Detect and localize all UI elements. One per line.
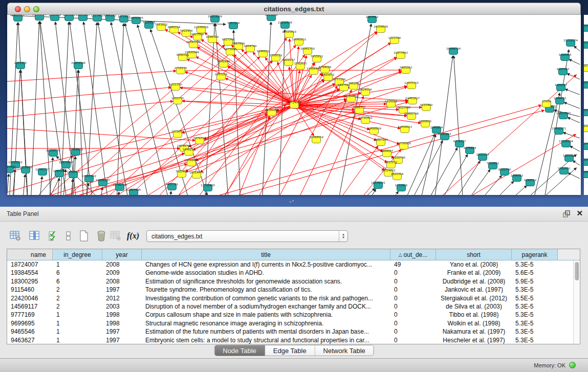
table-scrollbar[interactable] [573,260,580,344]
graph-node[interactable]: 9457791 [166,183,179,190]
column-header-name[interactable]: name [7,249,53,260]
graph-node[interactable]: 1562615 [294,62,307,70]
graph-node[interactable]: 1834 [584,64,588,72]
graph-node[interactable]: 7563822 [155,23,168,31]
table-row[interactable]: 1872400712008Changes of HCN gene express… [7,260,573,269]
float-window-icon[interactable] [562,210,571,218]
graph-node[interactable]: 2588520 [270,54,282,61]
graph-node[interactable]: 1216022 [385,100,398,107]
graph-node[interactable]: 3915919 [7,165,16,173]
graph-node[interactable]: 1919858 [171,130,184,138]
graph-node[interactable]: 1115689 [19,166,32,173]
table-row[interactable]: 1938455462009Genome-wide association stu… [7,269,573,277]
graph-node[interactable]: 12923446 [126,188,141,195]
graph-node[interactable]: 5878334 [193,137,206,144]
network-canvas[interactable]: 2405572206914061812964106532810653287152… [7,15,581,195]
graph-node[interactable]: 1221 [584,124,588,132]
graph-node[interactable]: 1145193 [53,169,66,177]
graph-node[interactable]: 16814479 [189,171,204,179]
graph-node[interactable]: 1221396 [388,36,401,44]
graph-node[interactable]: 1065328 [63,15,76,21]
table-row[interactable]: 2242004622012Investigating the contribut… [7,294,573,302]
column-chooser-icon[interactable] [28,229,42,243]
graph-node[interactable]: 9245 [584,158,588,166]
graph-node[interactable]: 8120740 [498,168,511,176]
graph-node[interactable]: 1812964 [49,15,61,21]
graph-node[interactable]: 18640910 [292,38,306,46]
graph-node[interactable]: 19384554 [309,136,323,143]
window-titlebar[interactable]: citations_edges.txt [7,3,581,15]
graph-node[interactable]: 1527602 [91,15,104,21]
graph-node[interactable]: 746266 [349,82,359,90]
graph-node[interactable]: 2803144 [215,73,228,80]
graph-node[interactable]: 1068 [584,170,588,178]
graph-node[interactable]: 16782759 [113,183,127,191]
graph-node[interactable]: 15751074 [563,39,578,47]
graph-node[interactable]: 29053346 [71,61,85,69]
tab-network-table[interactable]: Network Table [315,345,374,356]
function-builder-icon[interactable]: f(x) [126,229,140,243]
graph-node[interactable]: 8454749 [244,45,257,52]
scrollbar-thumb[interactable] [575,262,579,280]
close-icon[interactable]: ✕ [576,209,583,218]
select-columns-icon[interactable] [46,229,60,243]
graph-node[interactable]: 14136141 [371,181,385,189]
graph-node[interactable]: 1221303 [563,154,576,162]
tab-edge-table[interactable]: Edge Table [265,345,315,356]
graph-node[interactable]: 8186328 [206,35,219,43]
graph-node[interactable]: 1727 [584,41,588,49]
graph-node[interactable]: 1221358 [169,83,182,91]
table-selector-dropdown[interactable]: citations_edges.txt ▲▼ [146,230,348,242]
graph-node[interactable]: 16053809 [208,15,222,23]
create-table-icon[interactable] [77,229,91,243]
row-height-icon[interactable] [61,229,76,243]
graph-node[interactable]: 8860124 [168,26,181,33]
graph-node[interactable]: 1350513 [67,170,80,178]
graph-node[interactable]: 2522354 [391,172,404,180]
table-row[interactable]: 977716911998Corpus callosum shape and si… [7,311,573,319]
split-pane-handle[interactable] [290,200,294,204]
graph-node[interactable]: 1694562 [511,174,524,182]
graph-node[interactable]: 2405572 [12,15,25,21]
graph-node[interactable]: 20691406 [32,15,47,20]
graph-node[interactable]: 7857224 [227,21,240,29]
graph-node[interactable]: 8938923 [439,133,451,140]
graph-node[interactable]: 7625402 [176,170,188,178]
graph-node[interactable]: 15958 [542,100,551,107]
graph-node[interactable]: 5875685 [224,48,237,55]
table-settings-icon[interactable] [8,229,23,243]
graph-node[interactable]: 7955812 [311,55,323,62]
graph-node[interactable]: 8822037 [282,58,295,66]
graph-node[interactable]: 17957232 [82,174,96,182]
graph-node[interactable]: 16961758 [300,47,315,55]
graph-node[interactable]: 1498222 [183,148,195,156]
table-row[interactable]: 1456911722003Disruption of a novel membe… [7,302,573,311]
graph-node[interactable]: 9165 [584,24,588,32]
graph-node[interactable]: 2718176 [175,67,187,74]
graph-node[interactable]: 16648784 [446,47,461,55]
graph-node[interactable]: 16543382 [186,40,201,48]
graph-node[interactable]: 6794028 [319,65,332,73]
graph-node[interactable]: 15692971 [552,127,566,135]
column-header-in-degree[interactable]: in_degree [53,249,102,260]
graph-node[interactable]: 10975887 [59,161,73,168]
graph-node[interactable]: 1590 [584,81,588,89]
column-header-out-de-[interactable]: △out_de... [390,249,436,260]
graph-node[interactable]: 1071915 [118,15,130,23]
graph-node[interactable]: 9245012 [524,179,537,186]
graph-node[interactable]: 1010755 [171,97,184,104]
graph-node[interactable]: 1745 [584,142,588,150]
table-row[interactable]: 1830029562008Estimation of significance … [7,277,573,286]
graph-node[interactable]: 10688609 [367,127,381,135]
graph-node[interactable]: 8813054 [265,15,278,21]
graph-node[interactable]: 7632621 [487,162,499,169]
graph-node[interactable]: 2087682 [366,15,379,23]
graph-node[interactable]: 9146821 [257,50,270,57]
table-row[interactable]: 969969511998Structural magnetic resonanc… [7,319,573,327]
graph-node[interactable]: 10653287 [76,15,90,21]
table-row[interactable]: 946362711997Embryonic stem cells: a mode… [7,336,573,344]
tab-node-table[interactable]: Node Table [214,345,265,356]
table-row[interactable]: 911546021997Tourette syndrome. Phenomeno… [7,286,573,294]
graph-node[interactable]: 3624554 [359,88,372,96]
column-header-pagerank[interactable]: pagerank [512,249,558,260]
